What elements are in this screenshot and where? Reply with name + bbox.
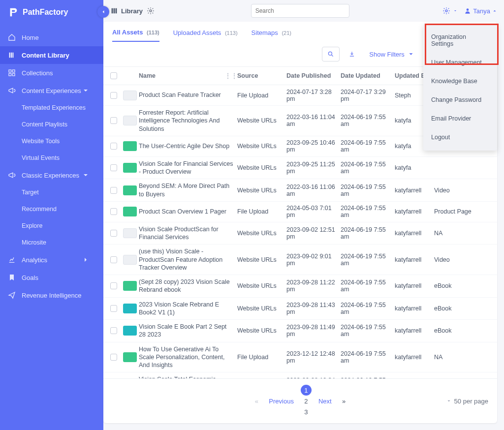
page-2[interactable]: 2	[301, 396, 312, 406]
asset-name: How To Use Generative Ai To Scale Person…	[139, 345, 237, 369]
asset-date-published: 2023-09-25 10:46 pm	[286, 139, 341, 153]
row-checkbox[interactable]	[110, 282, 117, 289]
asset-type: Video	[434, 187, 473, 194]
table-row[interactable]: (use this) Vision Scale - ProductScan Fe…	[103, 245, 497, 275]
tab-uploaded-assets[interactable]: Uploaded Assets (113)	[173, 29, 238, 41]
table-row[interactable]: Vision Scale ProductScan for Financial S…	[103, 222, 497, 245]
table-row[interactable]: How To Use Generative Ai To Scale Person…	[103, 342, 497, 373]
nav-label: Revenue Intelligence	[22, 292, 81, 299]
sidebar-subitem-virtual-events[interactable]: Virtual Events	[0, 150, 103, 166]
search-input[interactable]	[251, 4, 349, 18]
sidebar-item-revenue-intelligence[interactable]: Revenue Intelligence	[0, 286, 103, 304]
megaphone-icon	[8, 87, 16, 94]
row-checkbox[interactable]	[110, 256, 117, 263]
row-checkbox[interactable]	[110, 230, 117, 237]
settings-gear-icon[interactable]	[442, 7, 450, 15]
asset-thumbnail	[123, 116, 137, 125]
asset-date-updated: 2024-06-19 7:55 am	[341, 279, 395, 293]
sidebar-subitem-explore[interactable]: Explore	[0, 217, 103, 234]
sidebar-subitem-recommend[interactable]: Recommend	[0, 201, 103, 217]
sidebar-item-home[interactable]: Home	[0, 29, 103, 46]
asset-type: NA	[434, 354, 473, 361]
asset-thumbnail	[123, 304, 137, 313]
first-page-button[interactable]: «	[251, 396, 262, 406]
col-source[interactable]: Source	[237, 72, 286, 79]
table-row[interactable]: Vision Scale Total Economic Impact (TEI)…	[103, 372, 497, 378]
chevron-right-icon	[82, 256, 90, 264]
chevron-up-icon	[492, 8, 497, 13]
asset-date-published: 2023-09-28 11:43 pm	[286, 302, 341, 315]
show-filters-button[interactable]: Show Filters	[364, 47, 419, 61]
row-checkbox[interactable]	[110, 327, 117, 334]
sidebar-subitem-microsite[interactable]: Microsite	[0, 234, 103, 251]
nav-label: Analytics	[22, 256, 47, 264]
menu-item-organization-settings[interactable]: Organization Settings	[423, 28, 497, 53]
col-date-published[interactable]: Date Published	[286, 72, 341, 79]
per-page-select[interactable]: 50 per page	[446, 398, 488, 405]
table-row[interactable]: Beyond SEM: A More Direct Path to Buyers…	[103, 179, 497, 202]
table-row[interactable]: Product Scan Overview 1 PagerFile Upload…	[103, 202, 497, 222]
page-1[interactable]: 1	[301, 385, 312, 396]
asset-updated-by: katyfarrell	[395, 354, 434, 361]
page-3[interactable]: 3	[301, 406, 312, 417]
menu-item-change-password[interactable]: Change Password	[423, 91, 497, 109]
tab-count: (21)	[282, 30, 291, 36]
sidebar-subitem-content-playlists[interactable]: Content Playlists	[0, 116, 103, 133]
library-icon	[8, 51, 16, 59]
menu-item-knowledge-base[interactable]: Knowledge Base	[423, 72, 497, 91]
row-checkbox[interactable]	[110, 92, 117, 99]
asset-thumbnail	[123, 352, 137, 362]
download-button[interactable]	[345, 47, 359, 61]
drag-handle-icon[interactable]: ⋮⋮	[224, 72, 237, 80]
tab-all-assets[interactable]: All Assets (113)	[112, 29, 159, 42]
row-checkbox[interactable]	[110, 117, 117, 124]
download-icon	[348, 51, 355, 58]
prev-page-button[interactable]: Previous	[269, 398, 294, 405]
pagination: « Previous 123 Next » 50 per page	[103, 378, 497, 423]
last-page-button[interactable]: »	[339, 396, 349, 406]
sidebar-subitem-target[interactable]: Target	[0, 184, 103, 201]
select-all-checkbox[interactable]	[110, 72, 117, 79]
breadcrumb: Library	[110, 7, 158, 15]
sidebar-item-content-experiences[interactable]: Content Experiences	[0, 82, 103, 99]
row-checkbox[interactable]	[110, 187, 117, 194]
next-page-button[interactable]: Next	[318, 398, 332, 405]
tab-sitemaps[interactable]: Sitemaps (21)	[252, 29, 291, 41]
sidebar-item-collections[interactable]: Collections	[0, 64, 103, 82]
asset-source: Website URLs	[237, 282, 286, 289]
sidebar-item-analytics[interactable]: Analytics	[0, 251, 103, 269]
asset-thumbnail	[123, 91, 137, 100]
asset-thumbnail	[123, 207, 137, 216]
user-menu[interactable]: Tanya	[464, 7, 497, 15]
asset-date-updated: 2024-06-19 7:55 am	[341, 184, 395, 197]
col-name[interactable]: Name	[139, 72, 156, 79]
row-checkbox[interactable]	[110, 354, 117, 361]
col-date-updated[interactable]: Date Updated	[341, 72, 395, 79]
menu-item-user-management[interactable]: User Management	[423, 53, 497, 72]
table-row[interactable]: Vision Scale E Book Part 2 Sept 28 2023W…	[103, 320, 497, 342]
asset-type: NA	[434, 230, 473, 237]
brand-logo[interactable]: PathFactory	[0, 0, 103, 25]
asset-date-updated: 2024-06-19 7:55 am	[341, 226, 395, 240]
row-checkbox[interactable]	[110, 305, 117, 312]
sidebar-item-goals[interactable]: Goals	[0, 269, 103, 286]
menu-item-logout[interactable]: Logout	[423, 128, 497, 147]
asset-date-published: 2023-09-28 11:49 pm	[286, 324, 341, 338]
row-checkbox[interactable]	[110, 143, 117, 150]
asset-source: Website URLs	[237, 230, 286, 237]
row-checkbox[interactable]	[110, 208, 117, 215]
sidebar-subitem-templated-experiences[interactable]: Templated Experiences	[0, 99, 103, 116]
collections-icon	[8, 69, 16, 77]
sidebar-item-content-library[interactable]: Content Library	[0, 46, 103, 64]
sidebar-subitem-website-tools[interactable]: Website Tools	[0, 133, 103, 150]
table-row[interactable]: 2023 Vision Scale Rebrand E Book2 V1 (1)…	[103, 298, 497, 320]
sidebar-item-classic-experiences[interactable]: Classic Experiences	[0, 166, 103, 184]
search-button[interactable]	[322, 47, 340, 61]
sidebar-collapse-button[interactable]	[97, 6, 109, 18]
gear-icon[interactable]	[147, 7, 155, 15]
row-checkbox[interactable]	[110, 164, 117, 171]
svg-rect-2	[9, 73, 11, 76]
table-row[interactable]: (Sept 28 copy) 2023 Vision Scale Rebrand…	[103, 275, 497, 298]
menu-item-email-provider[interactable]: Email Provider	[423, 109, 497, 128]
table-row[interactable]: Vision Scale for Financial Services - Pr…	[103, 157, 497, 180]
